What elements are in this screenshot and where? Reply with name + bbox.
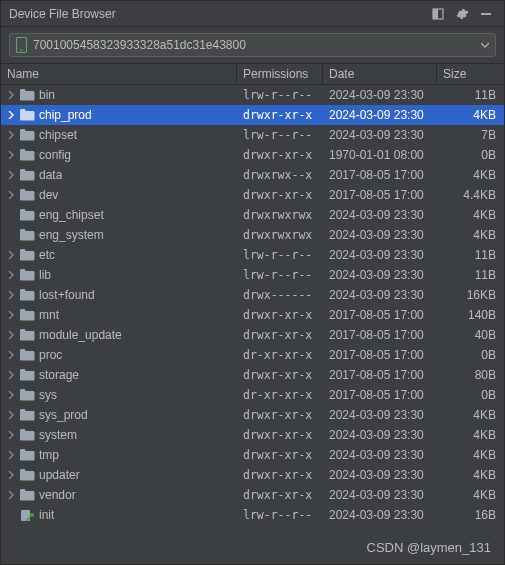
svg-rect-2 [481, 13, 491, 15]
file-name: eng_chipset [39, 208, 104, 222]
header-date[interactable]: Date [323, 64, 437, 84]
table-row[interactable]: tmpdrwxr-xr-x2024-03-09 23:304KB [1, 445, 504, 465]
cell-size: 0B [437, 388, 496, 402]
cell-name: vendor [1, 487, 237, 503]
table-row[interactable]: lost+founddrwx------2024-03-09 23:3016KB [1, 285, 504, 305]
file-name: sys_prod [39, 408, 88, 422]
folder-icon [19, 127, 35, 143]
table-row[interactable]: etclrw-r--r--2024-03-09 23:3011B [1, 245, 504, 265]
cell-size: 11B [437, 248, 496, 262]
cell-permissions: drwxr-xr-x [237, 328, 323, 342]
cell-name: tmp [1, 447, 237, 463]
expand-arrow-icon[interactable] [5, 449, 17, 461]
expand-arrow-icon[interactable] [5, 129, 17, 141]
file-name: dev [39, 188, 58, 202]
table-row[interactable]: updaterdrwxr-xr-x2024-03-09 23:304KB [1, 465, 504, 485]
cell-permissions: drwxr-xr-x [237, 488, 323, 502]
folder-icon [19, 167, 35, 183]
expand-arrow-icon[interactable] [5, 369, 17, 381]
expand-arrow-icon[interactable] [5, 149, 17, 161]
device-dropdown[interactable]: 7001005458323933328a51dc31e43800 [9, 33, 496, 57]
expand-arrow-icon[interactable] [5, 349, 17, 361]
cell-size: 4KB [437, 488, 496, 502]
cell-permissions: drwx------ [237, 288, 323, 302]
expand-arrow-icon[interactable] [5, 169, 17, 181]
window-title: Device File Browser [9, 7, 424, 21]
cell-date: 2024-03-09 23:30 [323, 208, 437, 222]
cell-date: 2017-08-05 17:00 [323, 368, 437, 382]
cell-size: 4KB [437, 448, 496, 462]
cell-name: sys_prod [1, 407, 237, 423]
cell-permissions: drwxr-xr-x [237, 428, 323, 442]
table-row[interactable]: vendordrwxr-xr-x2024-03-09 23:304KB [1, 485, 504, 505]
folder-icon [19, 207, 35, 223]
header-permissions[interactable]: Permissions [237, 64, 323, 84]
table-row[interactable]: sysdr-xr-xr-x2017-08-05 17:000B [1, 385, 504, 405]
cell-permissions: dr-xr-xr-x [237, 348, 323, 362]
table-row[interactable]: mntdrwxr-xr-x2017-08-05 17:00140B [1, 305, 504, 325]
cell-size: 4KB [437, 208, 496, 222]
window-mode-icon[interactable] [428, 4, 448, 24]
cell-date: 1970-01-01 08:00 [323, 148, 437, 162]
expand-arrow-icon[interactable] [5, 409, 17, 421]
table-row[interactable]: procdr-xr-xr-x2017-08-05 17:000B [1, 345, 504, 365]
file-link-icon [19, 507, 35, 523]
cell-date: 2024-03-09 23:30 [323, 268, 437, 282]
expand-arrow-icon[interactable] [5, 329, 17, 341]
table-row[interactable]: datadrwxrwx--x2017-08-05 17:004KB [1, 165, 504, 185]
table-row[interactable]: module_updatedrwxr-xr-x2017-08-05 17:004… [1, 325, 504, 345]
expand-arrow-icon[interactable] [5, 309, 17, 321]
cell-size: 4KB [437, 168, 496, 182]
expand-arrow-icon[interactable] [5, 389, 17, 401]
table-row[interactable]: chipsetlrw-r--r--2024-03-09 23:307B [1, 125, 504, 145]
table-row[interactable]: liblrw-r--r--2024-03-09 23:3011B [1, 265, 504, 285]
cell-date: 2024-03-09 23:30 [323, 128, 437, 142]
cell-size: 80B [437, 368, 496, 382]
svg-rect-4 [20, 50, 23, 51]
file-name: data [39, 168, 62, 182]
table-row[interactable]: chip_proddrwxr-xr-x2024-03-09 23:304KB [1, 105, 504, 125]
expand-arrow-icon[interactable] [5, 429, 17, 441]
file-name: lib [39, 268, 51, 282]
cell-permissions: drwxr-xr-x [237, 368, 323, 382]
table-row[interactable]: devdrwxr-xr-x2017-08-05 17:004.4KB [1, 185, 504, 205]
cell-name: mnt [1, 307, 237, 323]
table-row[interactable]: initlrw-r--r--2024-03-09 23:3016B [1, 505, 504, 525]
header-size[interactable]: Size [437, 64, 504, 84]
table-header: Name Permissions Date Size [1, 63, 504, 85]
header-name[interactable]: Name [1, 64, 237, 84]
table-row[interactable]: eng_chipsetdrwxrwxrwx2024-03-09 23:304KB [1, 205, 504, 225]
expand-arrow-icon[interactable] [5, 289, 17, 301]
table-row[interactable]: storagedrwxr-xr-x2017-08-05 17:0080B [1, 365, 504, 385]
expand-arrow-icon[interactable] [5, 189, 17, 201]
file-name: chipset [39, 128, 77, 142]
expand-arrow-icon[interactable] [5, 249, 17, 261]
file-tree[interactable]: binlrw-r--r--2024-03-09 23:3011Bchip_pro… [1, 85, 504, 525]
gear-icon[interactable] [452, 4, 472, 24]
table-row[interactable]: binlrw-r--r--2024-03-09 23:3011B [1, 85, 504, 105]
minimize-icon[interactable] [476, 4, 496, 24]
table-row[interactable]: configdrwxr-xr-x1970-01-01 08:000B [1, 145, 504, 165]
cell-date: 2024-03-09 23:30 [323, 248, 437, 262]
cell-date: 2024-03-09 23:30 [323, 288, 437, 302]
cell-name: chipset [1, 127, 237, 143]
table-row[interactable]: systemdrwxr-xr-x2024-03-09 23:304KB [1, 425, 504, 445]
folder-icon [19, 307, 35, 323]
expand-arrow-icon[interactable] [5, 109, 17, 121]
title-bar: Device File Browser [1, 1, 504, 27]
cell-name: sys [1, 387, 237, 403]
cell-permissions: dr-xr-xr-x [237, 388, 323, 402]
table-row[interactable]: eng_systemdrwxrwxrwx2024-03-09 23:304KB [1, 225, 504, 245]
file-name: chip_prod [39, 108, 92, 122]
cell-name: storage [1, 367, 237, 383]
cell-date: 2017-08-05 17:00 [323, 188, 437, 202]
expand-arrow-icon[interactable] [5, 489, 17, 501]
expand-arrow-icon[interactable] [5, 469, 17, 481]
cell-name: eng_chipset [1, 207, 237, 223]
expand-arrow-icon[interactable] [5, 269, 17, 281]
cell-date: 2024-03-09 23:30 [323, 408, 437, 422]
table-row[interactable]: sys_proddrwxr-xr-x2024-03-09 23:304KB [1, 405, 504, 425]
expand-arrow-icon[interactable] [5, 89, 17, 101]
file-name: vendor [39, 488, 76, 502]
cell-size: 140B [437, 308, 496, 322]
